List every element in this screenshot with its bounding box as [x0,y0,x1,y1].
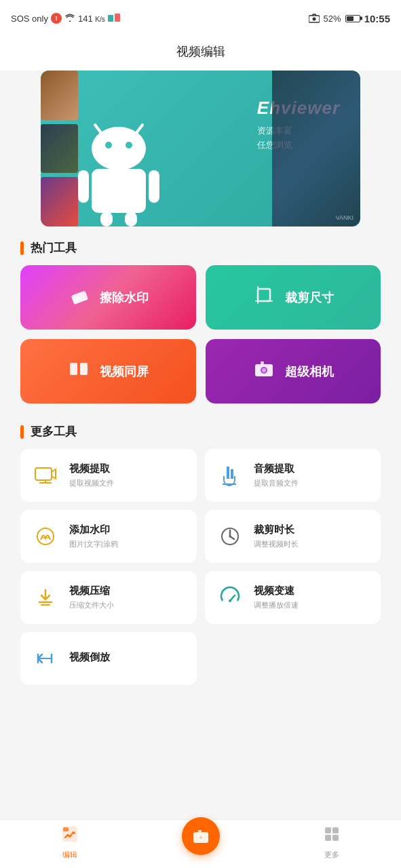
add-watermark-card[interactable]: 添加水印 图片|文字|涂鸦 [20,510,197,563]
speed-card[interactable]: 视频变速 调整播放倍速 [205,571,381,624]
svg-rect-48 [198,830,202,832]
more-tools-header: 更多工具 [0,410,401,449]
svg-point-39 [229,599,231,602]
audio-extract-desc: 提取音频文件 [254,478,299,488]
svg-point-29 [37,528,54,545]
wifi-icon [64,14,75,24]
data-icon [108,14,121,23]
trim-duration-desc: 调整视频时长 [254,539,299,549]
super-camera-label: 超级相机 [285,363,334,380]
svg-point-34 [229,536,231,538]
speed-name: 视频变速 [254,585,299,597]
edit-nav-label: 编辑 [62,850,77,860]
hot-tools-header: 热门工具 [0,226,401,265]
status-left: SOS only ! 141 K/s [11,13,121,24]
reverse-icon [31,644,60,673]
time-display: 10:55 [364,13,390,24]
more-nav-icon [323,825,341,847]
eraser-icon [67,283,90,311]
trim-duration-name: 裁剪时长 [254,524,299,536]
trim-duration-icon [216,522,244,551]
speed-desc: 调整播放倍速 [254,600,299,610]
hot-tools-grid: 擦除水印 裁剪尺寸 视频同屏 [0,265,401,410]
camera-status-icon [309,14,320,23]
speed-icon [216,583,244,612]
svg-rect-52 [332,835,339,841]
nav-item-edit[interactable]: 编辑 [43,825,97,860]
banner-tag: VANKI [336,214,354,221]
reverse-info: 视频倒放 [69,651,110,667]
svg-rect-10 [78,170,89,203]
svg-rect-0 [108,15,113,22]
watermark-remove-button[interactable]: 擦除水印 [20,265,196,330]
camera-nav-button[interactable] [182,817,220,855]
svg-point-7 [105,142,112,149]
compress-card[interactable]: 视频压缩 压缩文件大小 [20,571,197,624]
svg-rect-25 [35,468,52,480]
split-screen-button[interactable]: 视频同屏 [20,339,196,403]
trim-duration-info: 裁剪时长 调整视频时长 [254,524,299,549]
svg-rect-16 [258,289,270,301]
speed-info: 视频变速 调整播放倍速 [254,585,299,610]
audio-extract-icon [216,461,244,490]
video-extract-icon [31,461,60,490]
svg-point-3 [312,18,316,21]
add-watermark-name: 添加水印 [69,524,118,536]
add-watermark-info: 添加水印 图片|文字|涂鸦 [69,524,118,549]
page-title: 视频编辑 [0,34,401,71]
more-nav-label: 更多 [324,850,339,860]
svg-rect-49 [325,827,331,833]
banner[interactable]: Ehviewer 资源丰富 任您浏览 VANKI [41,71,360,226]
super-camera-button[interactable]: 超级相机 [206,339,381,403]
status-right: 52% 10:55 [309,13,390,24]
video-extract-info: 视频提取 提取视频文件 [69,462,114,488]
speed-text: 141 K/s [78,14,105,24]
nav-item-more[interactable]: 更多 [305,825,359,860]
android-robot [68,104,170,226]
camera-icon [252,357,275,385]
status-bar: SOS only ! 141 K/s 52% 10:55 [0,0,401,34]
compress-icon [31,583,60,612]
trim-duration-card[interactable]: 裁剪时长 调整视频时长 [205,510,381,563]
svg-rect-12 [100,212,113,226]
svg-rect-50 [332,827,339,833]
svg-rect-44 [63,827,69,831]
svg-rect-11 [149,170,159,203]
svg-rect-1 [115,14,120,22]
svg-point-8 [126,142,132,149]
crop-icon [252,283,275,311]
reverse-name: 视频倒放 [69,651,110,664]
audio-extract-info: 音频提取 提取音频文件 [254,462,299,488]
crop-size-label: 裁剪尺寸 [285,290,334,306]
audio-extract-name: 音频提取 [254,462,299,475]
more-tools-label: 更多工具 [31,424,77,439]
section-bar-2 [20,425,24,439]
audio-extract-card[interactable]: 音频提取 提取音频文件 [205,449,381,502]
video-extract-name: 视频提取 [69,462,114,475]
compress-desc: 压缩文件大小 [69,600,114,610]
hot-tools-label: 热门工具 [31,240,77,256]
video-extract-desc: 提取视频文件 [69,478,114,488]
svg-rect-13 [125,212,137,226]
more-tools-grid: 视频提取 提取视频文件 音频提取 提取音频文件 [0,449,401,692]
svg-point-6 [92,127,146,170]
svg-point-23 [262,368,266,372]
svg-rect-9 [92,169,146,213]
reverse-card[interactable]: 视频倒放 [20,632,197,685]
notif-badge: ! [51,13,62,24]
video-extract-card[interactable]: 视频提取 提取视频文件 [20,449,197,502]
svg-rect-19 [70,363,77,375]
svg-rect-51 [325,835,331,841]
split-screen-label: 视频同屏 [100,363,149,380]
add-watermark-desc: 图片|文字|涂鸦 [69,539,118,549]
crop-size-button[interactable]: 裁剪尺寸 [206,265,381,330]
compress-info: 视频压缩 压缩文件大小 [69,585,114,610]
watermark-remove-label: 擦除水印 [100,290,149,306]
battery-percent: 52% [324,14,341,24]
battery-icon [345,15,360,22]
edit-nav-icon [61,825,79,847]
svg-rect-24 [261,361,264,364]
bottom-nav: 编辑 更多 [0,819,401,868]
sos-text: SOS only [11,14,48,24]
svg-rect-20 [80,363,88,375]
